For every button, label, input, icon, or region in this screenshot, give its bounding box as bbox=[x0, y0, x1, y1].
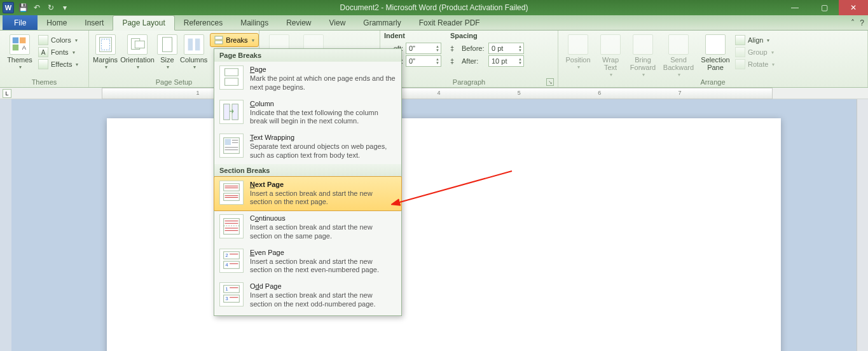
svg-rect-10 bbox=[195, 39, 200, 51]
window-title: Document2 - Microsoft Word (Product Acti… bbox=[0, 3, 868, 12]
group-themes: A Themes ▾ Colors▾ AFonts▾ Effects▾ Them… bbox=[0, 31, 89, 87]
break-odd-page[interactable]: 13 Odd Page Insert a section break and s… bbox=[214, 279, 401, 313]
align-button[interactable]: Align▾ bbox=[735, 34, 775, 46]
svg-text:3: 3 bbox=[226, 296, 228, 301]
horizontal-ruler[interactable]: 1 2 3 4 5 6 7 bbox=[102, 88, 773, 99]
breaks-button[interactable]: Breaks ▾ bbox=[210, 33, 258, 47]
ribbon: A Themes ▾ Colors▾ AFonts▾ Effects▾ Them… bbox=[0, 31, 868, 88]
minimize-button[interactable]: — bbox=[780, 0, 809, 15]
break-continuous-post: ntinuous bbox=[259, 214, 286, 222]
titlebar: W 💾 ↶ ↻ ▾ Document2 - Microsoft Word (Pr… bbox=[0, 0, 868, 15]
tab-mailings[interactable]: Mailings bbox=[231, 15, 277, 30]
maximize-button[interactable]: ▢ bbox=[809, 0, 839, 15]
break-text-wrapping-icon bbox=[219, 134, 244, 158]
selection-pane-button[interactable]: Selection Pane bbox=[698, 32, 733, 71]
tab-foxit[interactable]: Foxit Reader PDF bbox=[410, 15, 489, 30]
orientation-icon bbox=[127, 34, 148, 55]
tab-review[interactable]: Review bbox=[277, 15, 320, 30]
tab-insert[interactable]: Insert bbox=[76, 15, 113, 30]
svg-text:1: 1 bbox=[226, 286, 228, 292]
ruler-tick: 6 bbox=[598, 90, 601, 96]
rotate-icon bbox=[735, 59, 745, 69]
break-text-wrapping[interactable]: Text Wrapping Separate text around objec… bbox=[214, 130, 401, 164]
quick-access-toolbar: W 💾 ↶ ↻ ▾ bbox=[0, 2, 70, 13]
effects-button[interactable]: Effects▾ bbox=[38, 59, 78, 70]
indent-right-input[interactable]: 0"▲▼ bbox=[406, 55, 441, 67]
svg-rect-14 bbox=[225, 78, 238, 85]
themes-label: Themes bbox=[7, 56, 32, 64]
break-next-page-desc: Insert a section break and start the new… bbox=[250, 189, 396, 207]
save-icon[interactable]: 💾 bbox=[18, 3, 28, 13]
qat-customize-icon[interactable]: ▾ bbox=[60, 3, 70, 13]
spacing-after-input[interactable]: 10 pt▲▼ bbox=[488, 55, 524, 67]
break-continuous[interactable]: Continuous Insert a section break and st… bbox=[214, 210, 401, 245]
rotate-button[interactable]: Rotate▾ bbox=[735, 59, 775, 70]
paragraph-launcher-icon[interactable]: ↘ bbox=[546, 78, 554, 86]
columns-button[interactable]: Columns▾ bbox=[180, 32, 207, 71]
themes-button[interactable]: A Themes ▾ bbox=[4, 32, 36, 71]
send-backward-label: Send Backward bbox=[661, 56, 696, 71]
undo-icon[interactable]: ↶ bbox=[32, 3, 42, 13]
minimize-ribbon-icon[interactable]: ˄ bbox=[851, 18, 855, 27]
bring-forward-button[interactable]: Bring Forward▾ bbox=[627, 32, 659, 78]
svg-rect-15 bbox=[224, 104, 230, 120]
svg-rect-23 bbox=[224, 183, 240, 190]
tab-page-layout[interactable]: Page Layout bbox=[113, 15, 174, 31]
break-next-page[interactable]: Next Page Insert a section break and sta… bbox=[214, 176, 402, 212]
indent-left-input[interactable]: 0"▲▼ bbox=[406, 43, 441, 54]
spacing-before-input[interactable]: 0 pt▲▼ bbox=[488, 43, 524, 54]
svg-rect-4 bbox=[99, 38, 111, 52]
break-textwrap-post: ext Wrapping bbox=[254, 134, 295, 141]
spacing-after-icon: ‡ bbox=[450, 57, 459, 65]
break-column-post: olumn bbox=[255, 100, 274, 107]
file-tab[interactable]: File bbox=[3, 15, 38, 30]
colors-label: Colors bbox=[51, 36, 71, 44]
fonts-button[interactable]: AFonts▾ bbox=[38, 46, 78, 58]
break-column-icon bbox=[219, 100, 244, 124]
break-odd-page-desc: Insert a section break and start the new… bbox=[250, 291, 396, 309]
svg-rect-9 bbox=[188, 39, 193, 51]
margins-button[interactable]: Margins▾ bbox=[93, 32, 118, 71]
break-continuous-pre: C bbox=[250, 214, 255, 222]
redo-icon[interactable]: ↻ bbox=[46, 3, 56, 13]
word-app-icon[interactable]: W bbox=[3, 2, 14, 13]
svg-rect-7 bbox=[135, 41, 144, 48]
break-column[interactable]: Column Indicate that the text following … bbox=[214, 96, 401, 130]
document-page[interactable] bbox=[107, 118, 781, 351]
tab-grammarly[interactable]: Grammarly bbox=[354, 15, 410, 30]
tab-selector[interactable]: L bbox=[3, 89, 11, 98]
tab-home[interactable]: Home bbox=[38, 15, 76, 30]
svg-text:2: 2 bbox=[226, 252, 228, 258]
orientation-button[interactable]: Orientation▾ bbox=[120, 32, 155, 71]
position-button[interactable]: Position▾ bbox=[562, 32, 594, 71]
break-page[interactable]: Page Mark the point at which one page en… bbox=[214, 62, 401, 96]
indent-header: Indent bbox=[384, 32, 441, 39]
tab-references[interactable]: References bbox=[175, 15, 231, 30]
ruler-tick: 1 bbox=[196, 90, 199, 96]
spacing-before-label: Before: bbox=[462, 45, 486, 52]
rotate-label: Rotate bbox=[748, 60, 768, 68]
break-evenpage-post: ven Page bbox=[254, 249, 284, 256]
margins-icon bbox=[95, 34, 116, 55]
close-button[interactable]: ✕ bbox=[839, 0, 868, 15]
break-even-page[interactable]: 24 Even Page Insert a section break and … bbox=[214, 245, 401, 279]
indent-right-value: 0" bbox=[409, 57, 415, 65]
svg-rect-8 bbox=[162, 38, 172, 52]
ruler-bar: L 1 2 3 4 5 6 7 bbox=[0, 88, 868, 99]
send-backward-button[interactable]: Send Backward▾ bbox=[661, 32, 696, 78]
break-oddpage-pre: O bbox=[250, 282, 256, 290]
break-nextpage-u: N bbox=[250, 181, 255, 188]
tab-view[interactable]: View bbox=[320, 15, 355, 30]
help-icon[interactable]: ? bbox=[860, 18, 864, 27]
vertical-scrollbar[interactable] bbox=[857, 99, 868, 351]
fonts-icon: A bbox=[38, 47, 48, 57]
wrap-text-button[interactable]: Wrap Text▾ bbox=[596, 32, 624, 78]
colors-button[interactable]: Colors▾ bbox=[38, 34, 78, 46]
size-button[interactable]: Size▾ bbox=[157, 32, 177, 71]
ruler-tick: 5 bbox=[518, 90, 521, 96]
svg-rect-18 bbox=[225, 139, 231, 145]
orientation-label: Orientation bbox=[120, 56, 155, 64]
group-objects-button[interactable]: Group▾ bbox=[735, 46, 775, 58]
break-odd-page-icon: 13 bbox=[219, 282, 244, 306]
vertical-ruler[interactable] bbox=[0, 99, 11, 351]
